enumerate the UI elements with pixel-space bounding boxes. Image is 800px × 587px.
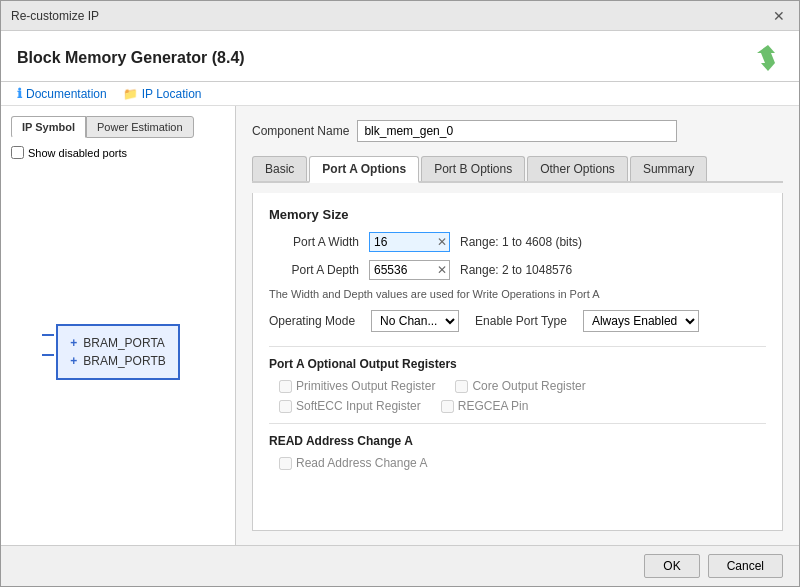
tab-summary[interactable]: Summary — [630, 156, 707, 181]
folder-icon: 📁 — [123, 87, 138, 101]
regcea-pin-label: REGCEA Pin — [458, 399, 529, 413]
left-panel: IP Symbol Power Estimation Show disabled… — [1, 106, 236, 545]
softecc-input-register-checkbox[interactable] — [279, 400, 292, 413]
softecc-input-register-label: SoftECC Input Register — [296, 399, 421, 413]
enable-port-type-select[interactable]: Always Enabled — [584, 311, 698, 331]
dialog-title: Re-customize IP — [11, 9, 99, 23]
regcea-pin-item: REGCEA Pin — [441, 399, 529, 413]
svg-marker-0 — [757, 45, 775, 71]
operating-mode-row: Operating Mode No Chan... Enable Port Ty… — [269, 310, 766, 332]
primitives-output-register-checkbox[interactable] — [279, 380, 292, 393]
operating-mode-label: Operating Mode — [269, 314, 355, 328]
width-depth-info: The Width and Depth values are used for … — [269, 288, 766, 300]
cancel-button[interactable]: Cancel — [708, 554, 783, 578]
close-button[interactable]: ✕ — [769, 8, 789, 24]
softecc-input-register-item: SoftECC Input Register — [279, 399, 421, 413]
toolbar: ℹ Documentation 📁 IP Location — [1, 82, 799, 106]
plus-icon-b: + — [70, 354, 77, 368]
component-name-row: Component Name — [252, 120, 783, 142]
port-a-depth-input[interactable] — [370, 261, 435, 279]
bram-port-b-row: + BRAM_PORTB — [70, 352, 165, 370]
optional-registers-title: Port A Optional Output Registers — [269, 357, 766, 371]
read-address-change-checkbox[interactable] — [279, 457, 292, 470]
port-a-width-input[interactable] — [370, 233, 435, 251]
operating-mode-select[interactable]: No Chan... — [372, 311, 458, 331]
tab-power-estimation[interactable]: Power Estimation — [86, 116, 194, 138]
bram-container: + BRAM_PORTA + BRAM_PORTB — [56, 324, 179, 380]
memory-size-section-title: Memory Size — [269, 207, 766, 222]
enable-port-type-select-wrapper: Always Enabled — [583, 310, 699, 332]
bram-symbol: + BRAM_PORTA + BRAM_PORTB — [56, 324, 179, 380]
bram-porta-label: BRAM_PORTA — [83, 336, 165, 350]
read-address-change-title: READ Address Change A — [269, 434, 766, 448]
port-a-width-input-wrapper: ✕ — [369, 232, 450, 252]
ip-location-link[interactable]: 📁 IP Location — [123, 87, 202, 101]
connector-1 — [42, 334, 54, 336]
main-dialog: Re-customize IP ✕ Block Memory Generator… — [0, 0, 800, 587]
dialog-footer: OK Cancel — [1, 545, 799, 586]
enable-port-type-label: Enable Port Type — [475, 314, 567, 328]
tab-port-a-options[interactable]: Port A Options — [309, 156, 419, 183]
primitives-output-register-label: Primitives Output Register — [296, 379, 435, 393]
vivado-logo-icon — [753, 43, 783, 73]
ok-button[interactable]: OK — [644, 554, 699, 578]
plus-icon-a: + — [70, 336, 77, 350]
port-a-width-clear-btn[interactable]: ✕ — [435, 235, 449, 249]
checkbox-group-3: Read Address Change A — [269, 456, 766, 470]
left-tabs-row: IP Symbol Power Estimation — [11, 116, 225, 138]
regcea-pin-checkbox[interactable] — [441, 400, 454, 413]
port-a-depth-input-wrapper: ✕ — [369, 260, 450, 280]
show-disabled-checkbox[interactable] — [11, 146, 24, 159]
documentation-link[interactable]: ℹ Documentation — [17, 86, 107, 101]
dialog-main-title: Block Memory Generator (8.4) — [17, 49, 245, 67]
tab-port-b-options[interactable]: Port B Options — [421, 156, 525, 181]
operating-mode-select-wrapper: No Chan... — [371, 310, 459, 332]
port-a-width-label: Port A Width — [269, 235, 359, 249]
read-address-change-item: Read Address Change A — [279, 456, 427, 470]
divider-2 — [269, 423, 766, 424]
symbol-area: + BRAM_PORTA + BRAM_PORTB — [11, 169, 225, 535]
checkbox-group-2: SoftECC Input Register REGCEA Pin — [269, 399, 766, 413]
core-output-register-label: Core Output Register — [472, 379, 585, 393]
left-connectors — [42, 334, 54, 356]
tab-ip-symbol[interactable]: IP Symbol — [11, 116, 86, 138]
tab-content: Memory Size Port A Width ✕ Range: 1 to 4… — [252, 193, 783, 531]
core-output-register-item: Core Output Register — [455, 379, 585, 393]
component-name-label: Component Name — [252, 124, 349, 138]
tab-other-options[interactable]: Other Options — [527, 156, 628, 181]
show-disabled-row: Show disabled ports — [11, 146, 225, 159]
port-a-depth-label: Port A Depth — [269, 263, 359, 277]
divider-1 — [269, 346, 766, 347]
port-a-depth-range: Range: 2 to 1048576 — [460, 263, 572, 277]
port-a-depth-row: Port A Depth ✕ Range: 2 to 1048576 — [269, 260, 766, 280]
port-a-depth-clear-btn[interactable]: ✕ — [435, 263, 449, 277]
dialog-header: Block Memory Generator (8.4) — [1, 31, 799, 82]
connector-2 — [42, 354, 54, 356]
documentation-label: Documentation — [26, 87, 107, 101]
bram-portb-label: BRAM_PORTB — [83, 354, 165, 368]
dialog-body: IP Symbol Power Estimation Show disabled… — [1, 106, 799, 545]
component-name-input[interactable] — [357, 120, 677, 142]
title-bar: Re-customize IP ✕ — [1, 1, 799, 31]
read-address-change-label: Read Address Change A — [296, 456, 427, 470]
bram-port-a-row: + BRAM_PORTA — [70, 334, 165, 352]
primitives-output-register-item: Primitives Output Register — [279, 379, 435, 393]
info-icon: ℹ — [17, 86, 22, 101]
show-disabled-label: Show disabled ports — [28, 147, 127, 159]
ip-location-label: IP Location — [142, 87, 202, 101]
tab-basic[interactable]: Basic — [252, 156, 307, 181]
main-tabs: Basic Port A Options Port B Options Othe… — [252, 156, 783, 183]
right-panel: Component Name Basic Port A Options Port… — [236, 106, 799, 545]
checkbox-group-1: Primitives Output Register Core Output R… — [269, 379, 766, 393]
port-a-width-row: Port A Width ✕ Range: 1 to 4608 (bits) — [269, 232, 766, 252]
core-output-register-checkbox[interactable] — [455, 380, 468, 393]
port-a-width-range: Range: 1 to 4608 (bits) — [460, 235, 582, 249]
